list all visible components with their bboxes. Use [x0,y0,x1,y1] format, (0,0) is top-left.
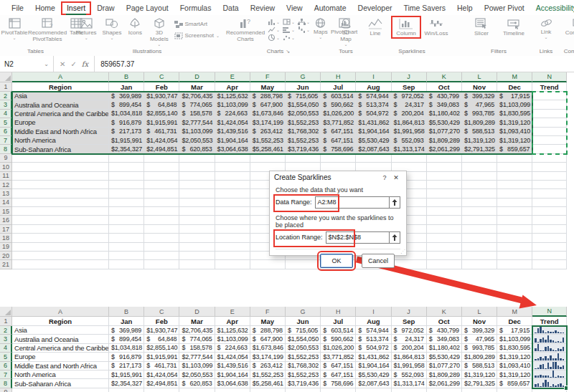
smartart-button[interactable]: SmartArt [173,19,222,29]
column-header-F[interactable]: F [250,307,286,317]
cell-C19[interactable] [144,243,179,252]
cell-G5[interactable]: $1,552,253 [286,353,321,361]
column-header-B[interactable]: B [109,72,144,82]
cell-G9[interactable] [286,154,321,163]
cell-M14[interactable] [497,199,532,207]
cell-D2[interactable]: $2,706,435 [179,326,215,335]
cell-E3[interactable]: $1,103,099 [215,100,250,109]
column-header-I[interactable]: I [356,72,391,82]
cell-A6[interactable]: Middle East and North Africa [12,128,109,136]
cell-H1[interactable]: Jul [321,82,356,92]
column-header-A[interactable]: A [12,307,109,317]
cell-G3[interactable]: $1,554,050 [286,100,321,109]
column-header-K[interactable]: K [427,307,462,317]
cell-H1[interactable]: Jul [321,317,356,326]
cell-D4[interactable]: $158,578 [179,110,215,118]
cell-K9[interactable] [427,154,462,163]
cell-E1[interactable]: Apr [215,82,250,92]
tab-help[interactable]: Help [451,1,479,15]
cell-L20[interactable] [462,252,497,260]
cell-K4[interactable]: $1,180,402 [427,344,462,353]
cell-J8[interactable]: $1,313,174 [392,379,427,388]
cell-C5[interactable]: $1,915,991 [144,118,179,127]
sparkline-cell-N3[interactable] [532,335,567,343]
cell-L11[interactable] [462,172,497,181]
cell-L9[interactable] [462,388,497,392]
row-header-1[interactable]: 1 [0,317,12,326]
cell-A14[interactable] [12,199,109,207]
treemap-chart-button[interactable]: ⌄ [283,19,295,25]
tab-view[interactable]: View [281,1,309,15]
cell-B5[interactable]: $916,879 [109,118,144,127]
cell-J5[interactable]: $1,864,813 [392,353,427,361]
cell-D9[interactable] [179,388,215,392]
cell-B6[interactable]: $217,173 [109,362,144,371]
cell-L8[interactable]: $2,791,325 [462,145,497,153]
cell-G7[interactable]: $1,552,253 [286,371,321,379]
recommended-charts-button[interactable]: ? Recommended Charts [225,17,265,43]
cell-D8[interactable]: $620,853 [179,145,215,153]
cell-F8[interactable]: $5,258,461 [250,379,286,388]
cell-M5[interactable]: $1,319,120 [497,118,532,127]
cell-F2[interactable]: $288,798 [250,326,286,335]
cell-E11[interactable] [215,172,250,181]
cell-B3[interactable]: $899,454 [109,335,144,343]
cell-D3[interactable]: $774,065 [179,335,215,343]
cell-E2[interactable]: $1,125,632 [215,326,250,335]
cell-C18[interactable] [144,234,179,242]
cell-H7[interactable]: $647,151 [321,371,356,379]
cell-E4[interactable]: $224,663 [215,344,250,353]
cell-C7[interactable]: $1,424,054 [144,136,179,145]
row-header-7[interactable]: 7 [0,136,12,145]
cell-J1[interactable]: Sep [392,82,427,92]
cell-E13[interactable] [215,189,250,198]
cell-K12[interactable] [427,181,462,189]
sparkline-cell-N4[interactable] [532,344,567,353]
row-header-15[interactable]: 15 [0,207,12,216]
cell-E20[interactable] [215,252,250,260]
cell-E19[interactable] [215,243,250,252]
row-header-13[interactable]: 13 [0,189,12,198]
column-header-G[interactable]: G [286,307,321,317]
cell-M18[interactable] [497,234,532,242]
cell-H2[interactable]: $603,514 [321,92,356,100]
cell-M1[interactable]: Dec [497,82,532,92]
cell-B18[interactable] [109,234,144,242]
column-header-C[interactable]: C [144,307,179,317]
pictures-button[interactable]: Pictures ⌄ [73,17,99,40]
row-header-12[interactable]: 12 [0,181,12,189]
cell-J1[interactable]: Sep [392,317,427,326]
cell-K2[interactable]: $430,799 [427,92,462,100]
cell-M20[interactable] [497,252,532,260]
cell-A10[interactable] [12,163,109,171]
tab-home[interactable]: Home [29,1,61,15]
cell-K6[interactable]: $1,077,270 [427,128,462,136]
cell-A6[interactable]: Middle East and North Africa [12,362,109,371]
column-header-N[interactable]: N [532,307,567,317]
row-header-6[interactable]: 6 [0,362,12,371]
cell-D7[interactable]: $2,050,553 [179,371,215,379]
column-chart-button[interactable]: ⌄ [268,19,280,25]
row-header-2[interactable]: 2 [0,326,12,335]
cell-L7[interactable]: $1,319,120 [462,371,497,379]
cell-N16[interactable] [532,216,567,224]
cell-H9[interactable] [321,154,356,163]
column-header-M[interactable]: M [497,72,532,82]
cell-D6[interactable]: $1,103,099 [179,128,215,136]
row-header-9[interactable]: 9 [0,154,12,163]
cell-B6[interactable]: $217,173 [109,128,144,136]
cell-A11[interactable] [12,172,109,181]
column-header-L[interactable]: L [462,72,497,82]
cell-K10[interactable] [427,163,462,171]
cell-A18[interactable] [12,234,109,242]
column-header-J[interactable]: J [392,307,427,317]
row-header-7[interactable]: 7 [0,371,12,379]
cell-L12[interactable] [462,181,497,189]
cell-K14[interactable] [427,199,462,207]
cell-M21[interactable] [497,260,532,269]
cell-I1[interactable]: Aug [356,317,391,326]
cell-E8[interactable]: $3,064,638 [215,145,250,153]
sparkline-column-button[interactable]: Column [392,17,420,37]
cell-K21[interactable] [427,260,462,269]
cell-J2[interactable]: $972,052 [392,92,427,100]
